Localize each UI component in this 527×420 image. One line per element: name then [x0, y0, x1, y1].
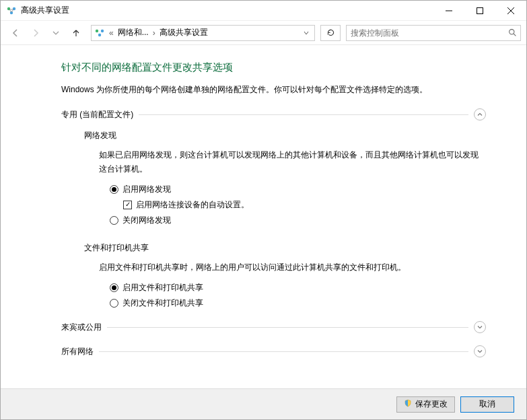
section-all: 所有网络 — [61, 345, 486, 357]
radio-icon — [110, 283, 118, 292]
radio-icon — [110, 216, 118, 225]
radio-discovery-off[interactable]: 关闭网络发现 — [110, 215, 486, 226]
search-input[interactable] — [347, 28, 504, 38]
close-button[interactable] — [495, 1, 526, 20]
content-area: 针对不同的网络配置文件更改共享选项 Windows 为你所使用的每个网络创建单独… — [1, 45, 526, 388]
radio-icon — [110, 185, 118, 194]
group-discovery-title: 网络发现 — [84, 130, 486, 141]
svg-point-6 — [98, 33, 101, 36]
radio-fileshare-off-label: 关闭文件和打印机共享 — [122, 298, 203, 309]
breadcrumb-seg1[interactable]: 网络和... — [118, 27, 149, 38]
search-icon[interactable] — [504, 28, 520, 37]
radio-fileshare-on[interactable]: 启用文件和打印机共享 — [110, 282, 486, 293]
page-heading: 针对不同的网络配置文件更改共享选项 — [61, 61, 486, 74]
chevron-up-icon — [474, 108, 486, 120]
breadcrumb-sep-icon: › — [151, 28, 157, 38]
search-box[interactable] — [346, 25, 521, 41]
section-private-header[interactable]: 专用 (当前配置文件) — [61, 108, 486, 120]
checkbox-auto-setup-label: 启用网络连接设备的自动设置。 — [136, 199, 249, 211]
divider — [139, 114, 468, 115]
section-private-body: 网络发现 如果已启用网络发现，则这台计算机可以发现网络上的其他计算机和设备，而且… — [61, 120, 486, 309]
window: 高级共享设置 « 网络和... › 高级共享设置 — [0, 0, 527, 420]
maximize-button[interactable] — [464, 1, 495, 20]
svg-point-7 — [509, 30, 514, 34]
svg-rect-3 — [477, 7, 483, 13]
up-button[interactable] — [67, 24, 85, 42]
save-button[interactable]: 保存更改 — [396, 396, 455, 413]
radio-discovery-on-label: 启用网络发现 — [122, 184, 171, 195]
shield-icon — [404, 399, 412, 409]
address-dropdown-icon[interactable] — [301, 28, 312, 38]
group-fileshare-desc: 启用文件和打印机共享时，网络上的用户可以访问通过此计算机共享的文件和打印机。 — [99, 260, 486, 274]
forward-button — [26, 24, 45, 42]
address-bar[interactable]: « 网络和... › 高级共享设置 — [91, 25, 315, 41]
save-button-label: 保存更改 — [415, 398, 448, 410]
checkbox-icon: ✓ — [123, 201, 132, 209]
chevron-down-icon — [474, 321, 486, 333]
svg-point-4 — [96, 29, 98, 32]
recent-dropdown[interactable] — [46, 24, 65, 42]
radio-fileshare-off[interactable]: 关闭文件和打印机共享 — [110, 298, 486, 309]
radio-discovery-on[interactable]: 启用网络发现 — [110, 184, 486, 195]
divider — [99, 351, 468, 352]
radio-icon — [110, 299, 118, 308]
breadcrumb-prefix: « — [108, 28, 115, 38]
window-controls — [433, 1, 526, 20]
group-fileshare-title: 文件和打印机共享 — [84, 242, 486, 254]
titlebar: 高级共享设置 — [1, 1, 526, 21]
cancel-button-label: 取消 — [479, 398, 495, 410]
group-discovery-desc: 如果已启用网络发现，则这台计算机可以发现网络上的其他计算机和设备，而且其他网络计… — [99, 148, 486, 176]
section-guest: 来宾或公用 — [61, 321, 486, 333]
radio-fileshare-on-label: 启用文件和打印机共享 — [122, 282, 203, 293]
section-private: 专用 (当前配置文件) 网络发现 如果已启用网络发现，则这台计算机可以发现网络上… — [61, 108, 486, 309]
section-private-title: 专用 (当前配置文件) — [61, 109, 133, 120]
cancel-button[interactable]: 取消 — [460, 396, 514, 413]
section-guest-title: 来宾或公用 — [61, 322, 102, 333]
divider — [107, 327, 468, 328]
nav-row: « 网络和... › 高级共享设置 — [1, 21, 526, 45]
section-all-title: 所有网络 — [61, 346, 94, 357]
back-button[interactable] — [6, 24, 25, 42]
breadcrumb-seg2[interactable]: 高级共享设置 — [160, 27, 208, 38]
section-all-header[interactable]: 所有网络 — [61, 345, 486, 357]
address-icon — [94, 28, 105, 38]
refresh-button[interactable] — [320, 25, 341, 41]
window-title: 高级共享设置 — [21, 5, 433, 16]
page-intro: Windows 为你所使用的每个网络创建单独的网络配置文件。你可以针对每个配置文… — [61, 83, 486, 96]
radio-discovery-off-label: 关闭网络发现 — [122, 215, 171, 226]
app-icon — [6, 5, 17, 16]
footer: 保存更改 取消 — [1, 388, 526, 419]
section-guest-header[interactable]: 来宾或公用 — [61, 321, 486, 333]
chevron-down-icon — [474, 345, 486, 357]
minimize-button[interactable] — [433, 1, 464, 20]
checkbox-auto-setup[interactable]: ✓ 启用网络连接设备的自动设置。 — [123, 199, 486, 211]
svg-point-5 — [101, 29, 104, 32]
